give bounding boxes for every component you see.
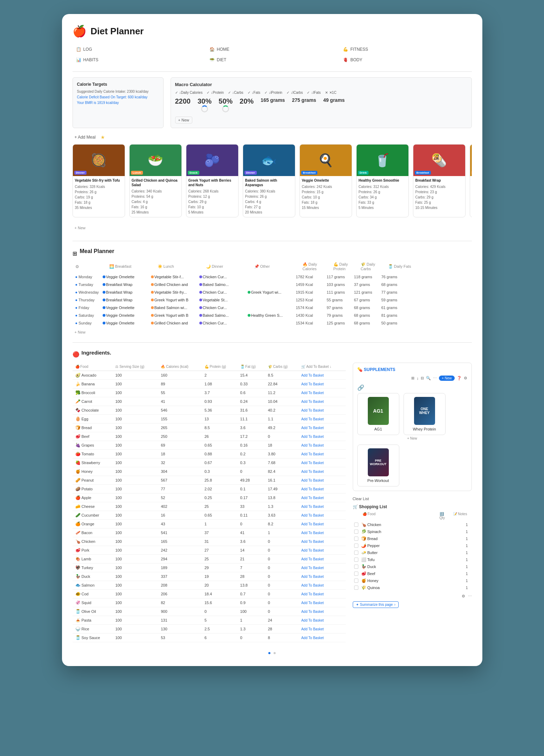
shopping-settings-icon[interactable]: ⚙: [462, 594, 465, 598]
supp-settings-icon[interactable]: ⚙: [464, 376, 467, 380]
shopping-check-4[interactable]: [354, 551, 358, 555]
add-basket-btn-25[interactable]: Add To Basket: [301, 592, 324, 596]
supp-help-icon[interactable]: ❓: [457, 376, 462, 380]
add-basket-btn-19[interactable]: Add To Basket: [301, 540, 324, 544]
meal-card-3[interactable]: 🐟 Dinner Baked Salmon with Asparagus Cal…: [243, 144, 295, 217]
shopping-more-icon[interactable]: ⋯: [468, 594, 472, 598]
add-basket-btn-12[interactable]: Add To Basket: [301, 478, 324, 482]
new-meal-button[interactable]: + New: [73, 225, 88, 231]
supp-card-whey[interactable]: ONEWHEY Whey Protein: [404, 393, 446, 435]
add-basket-btn-28[interactable]: Add To Basket: [301, 618, 324, 622]
search-icon[interactable]: 🔍: [426, 376, 431, 380]
meal-card-7[interactable]: 🍗 Lunch Chicken... Calories: 812 KcalsPr…: [470, 144, 472, 217]
add-basket-btn-21[interactable]: Add To Basket: [301, 557, 324, 561]
planner-lunch-3: Greek Yogurt with B: [151, 298, 197, 302]
planner-new-button[interactable]: + New: [73, 329, 88, 335]
add-basket-btn-30[interactable]: Add To Basket: [301, 636, 324, 640]
shopping-row-5: ⬜Tofu 1: [353, 556, 472, 563]
meal-card-0[interactable]: 🥘 Dinner Vegetable Stir-fry with Tofu Ca…: [73, 144, 125, 217]
planner-row-2[interactable]: ●Wednesday Breakfast Wrap Vegetable Stir…: [73, 288, 472, 296]
add-basket-btn-8[interactable]: Add To Basket: [301, 443, 324, 447]
add-basket-btn-16[interactable]: Add To Basket: [301, 513, 324, 517]
shopping-check-3[interactable]: [354, 544, 358, 548]
ingredient-food-19: 🍗Chicken: [73, 537, 113, 546]
macro-new-button[interactable]: + New: [175, 117, 193, 124]
ingredient-carbs-24: 0: [265, 581, 298, 590]
day-icon-0: ●: [75, 275, 78, 279]
meal-card-2[interactable]: 🫐 Snack Greek Yogurt with Berries and Nu…: [186, 144, 239, 217]
clear-list-button[interactable]: Clear List: [353, 495, 472, 502]
group-icon[interactable]: ⊟: [421, 376, 424, 380]
shopping-check-5[interactable]: [354, 558, 358, 562]
shopping-check-6[interactable]: [354, 565, 358, 569]
nav-home[interactable]: 🏠 HOME: [206, 45, 338, 54]
nav-diet[interactable]: 🥗 DIET: [206, 55, 338, 64]
nav-habits[interactable]: 📊 HABITS: [73, 55, 205, 64]
add-basket-btn-20[interactable]: Add To Basket: [301, 548, 324, 552]
shopping-check-8[interactable]: [354, 579, 358, 583]
planner-row-6[interactable]: ●Sunday Veggie Omelette Grilled Chicken …: [73, 319, 472, 327]
supp-new-button[interactable]: + New: [439, 376, 455, 381]
meal-card-badge-5: Drink: [358, 171, 369, 175]
add-basket-btn-11[interactable]: Add To Basket: [301, 470, 324, 474]
supp-card-pre[interactable]: PREWORKOUT Pre-Workout: [357, 444, 399, 486]
more-icon[interactable]: ⋯: [433, 376, 437, 380]
add-basket-btn-1[interactable]: Add To Basket: [301, 382, 324, 386]
add-basket-btn-2[interactable]: Add To Basket: [301, 391, 324, 395]
add-basket-btn-27[interactable]: Add To Basket: [301, 610, 324, 614]
planner-row-4[interactable]: ●Friday Veggie Omelette Baked Salmon wi.…: [73, 304, 472, 312]
ingredient-carbs-26: 0: [265, 598, 298, 607]
filter-icon[interactable]: ⊞: [411, 376, 414, 380]
planner-row-5[interactable]: ●Saturday Veggie Omelette Greek Yogurt w…: [73, 312, 472, 319]
add-basket-btn-22[interactable]: Add To Basket: [301, 566, 324, 570]
sort-icon[interactable]: ↕: [416, 376, 419, 380]
meal-card-1[interactable]: 🥗 Lunch Grilled Chicken and Quinoa Salad…: [129, 144, 182, 217]
shopping-check-2[interactable]: [354, 537, 358, 541]
add-basket-btn-4[interactable]: Add To Basket: [301, 408, 324, 412]
add-basket-btn-7[interactable]: Add To Basket: [301, 435, 324, 439]
summarize-button[interactable]: ✦ Summarize this page ›: [353, 601, 399, 608]
planner-row-3[interactable]: ●Thursday Breakfast Wrap Greek Yogurt wi…: [73, 296, 472, 304]
meal-card-6[interactable]: 🌯 Breakfast Breakfast Wrap Calories: 429…: [413, 144, 466, 217]
add-basket-btn-13[interactable]: Add To Basket: [301, 487, 324, 491]
shopping-check-1[interactable]: [354, 530, 358, 534]
supp-card-ag1[interactable]: AG1 AG1: [357, 393, 399, 435]
add-basket-btn-3[interactable]: Add To Basket: [301, 400, 324, 404]
ingredient-row-5: 🥚Egg 100 155 13 11.1 1.1 Add To Basket: [73, 415, 346, 424]
planner-col-breakfast: 🌅 Breakfast: [109, 264, 155, 269]
planner-row-0[interactable]: ●Monday Veggie Omelette Vegetable Stir-f…: [73, 273, 472, 281]
supp-add-new-button[interactable]: + New: [357, 435, 467, 442]
add-basket-btn-9[interactable]: Add To Basket: [301, 452, 324, 456]
ingredient-protein-22: 29: [202, 564, 237, 572]
add-basket-btn-15[interactable]: Add To Basket: [301, 505, 324, 509]
meal-card-5[interactable]: 🥤 Drink Healthy Green Smoothie Calories:…: [356, 144, 409, 217]
nav-fitness[interactable]: 💪 FITNESS: [339, 45, 471, 54]
shopping-check-0[interactable]: [354, 523, 358, 527]
nav-log[interactable]: 📋 LOG: [73, 45, 205, 54]
add-basket-btn-5[interactable]: Add To Basket: [301, 417, 324, 421]
meal-card-img-6: 🌯 Breakfast: [413, 145, 465, 176]
add-basket-btn-0[interactable]: Add To Basket: [301, 373, 324, 377]
dinner-dot-5: [199, 314, 202, 317]
add-meal-button[interactable]: + Add Meal: [73, 134, 98, 141]
planner-row-1[interactable]: ●Tuesday Breakfast Wrap Grilled Chicken …: [73, 281, 472, 288]
add-basket-btn-26[interactable]: Add To Basket: [301, 601, 324, 605]
nav-body[interactable]: 🫀 BODY: [339, 55, 471, 64]
add-basket-btn-17[interactable]: Add To Basket: [301, 522, 324, 526]
add-basket-btn-29[interactable]: Add To Basket: [301, 627, 324, 631]
ingredient-protein-15: 25: [202, 502, 237, 511]
add-basket-btn-6[interactable]: Add To Basket: [301, 426, 324, 430]
meal-card-badge-7: Lunch: [471, 171, 472, 175]
planner-day-3: ●Thursday: [75, 298, 100, 302]
add-basket-btn-18[interactable]: Add To Basket: [301, 531, 324, 535]
add-basket-btn-14[interactable]: Add To Basket: [301, 496, 324, 500]
ingredient-food-4: 🍫Chocolate: [73, 406, 113, 415]
shopping-check-7[interactable]: [354, 572, 358, 576]
add-basket-btn-23[interactable]: Add To Basket: [301, 575, 324, 579]
add-basket-btn-10[interactable]: Add To Basket: [301, 461, 324, 465]
planner-fats-5: 81 grams: [381, 313, 406, 317]
shopping-check-9[interactable]: [354, 586, 358, 590]
add-basket-btn-24[interactable]: Add To Basket: [301, 583, 324, 587]
ingredient-serving-23: 100: [112, 572, 158, 581]
meal-card-4[interactable]: 🍳 Breakfast Veggie Omelette Calories: 24…: [299, 144, 352, 217]
